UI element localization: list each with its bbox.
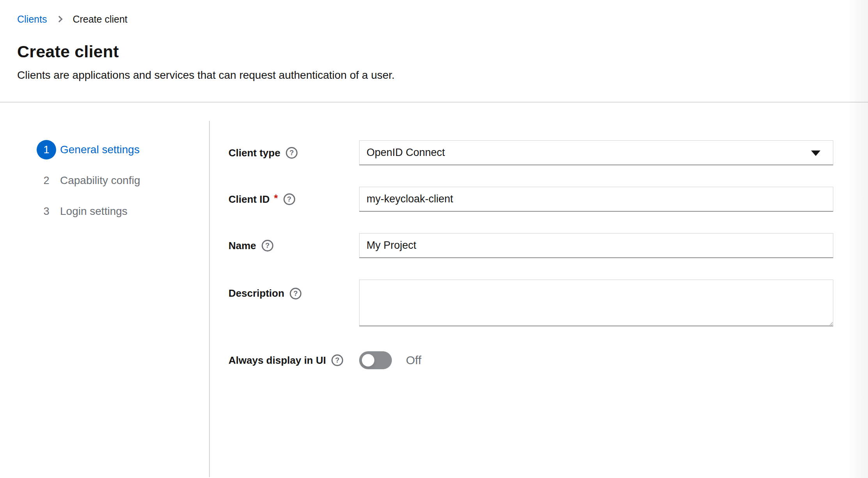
create-client-form: Client type ? OpenID Connect Client ID *… [210,103,868,477]
chevron-right-icon [56,16,63,23]
step-3-badge: 3 [37,202,56,221]
breadcrumb-link-clients[interactable]: Clients [17,12,47,26]
required-asterisk: * [274,192,278,204]
description-label-text: Description [229,287,284,299]
breadcrumb-current-page: Create client [73,12,127,26]
page-title: Create client [17,41,851,62]
form-row-description: Description ? [229,280,833,326]
form-row-client-id: Client ID * ? [229,187,833,212]
name-label-text: Name [229,240,256,252]
breadcrumb: Clients Create client [17,12,851,26]
always-display-toggle[interactable] [359,351,392,369]
client-type-label: Client type ? [229,147,359,159]
form-row-name: Name ? [229,233,833,258]
step-2-label: Capability config [60,174,140,187]
name-input[interactable] [359,233,833,258]
help-icon[interactable]: ? [331,354,343,366]
help-icon[interactable]: ? [262,240,273,251]
form-row-always-display: Always display in UI ? Off [229,348,833,373]
client-type-label-text: Client type [229,147,280,159]
wizard-content: 1 General settings 2 Capability config 3… [0,103,868,477]
client-id-label-text: Client ID [229,193,269,205]
wizard-nav: 1 General settings 2 Capability config 3… [0,103,209,477]
name-label: Name ? [229,240,359,252]
step-1-label: General settings [60,143,140,156]
description-textarea[interactable] [359,280,833,326]
page-header: Clients Create client Create client Clie… [0,0,868,103]
page-subtitle: Clients are applications and services th… [17,68,851,83]
step-2-badge: 2 [37,171,56,190]
wizard-step-login-settings[interactable]: 3 Login settings [37,202,209,221]
toggle-knob-icon [362,354,374,366]
always-display-label-text: Always display in UI [229,354,326,366]
form-row-client-type: Client type ? OpenID Connect [229,140,833,165]
caret-down-icon [811,150,820,156]
client-id-label: Client ID * ? [229,193,359,205]
toggle-state-label[interactable]: Off [406,354,421,367]
wizard-step-general-settings[interactable]: 1 General settings [37,140,209,159]
help-icon[interactable]: ? [283,193,295,205]
always-display-label: Always display in UI ? [229,354,359,366]
step-1-badge: 1 [37,140,56,159]
description-label: Description ? [229,280,359,299]
always-display-switch-wrap: Off [359,348,833,373]
wizard-step-capability-config[interactable]: 2 Capability config [37,171,209,190]
client-type-select[interactable]: OpenID Connect [359,140,833,165]
help-icon[interactable]: ? [286,147,298,159]
client-type-selected-value: OpenID Connect [367,147,445,159]
help-icon[interactable]: ? [290,288,301,299]
step-3-label: Login settings [60,205,128,218]
client-id-input[interactable] [359,187,833,212]
